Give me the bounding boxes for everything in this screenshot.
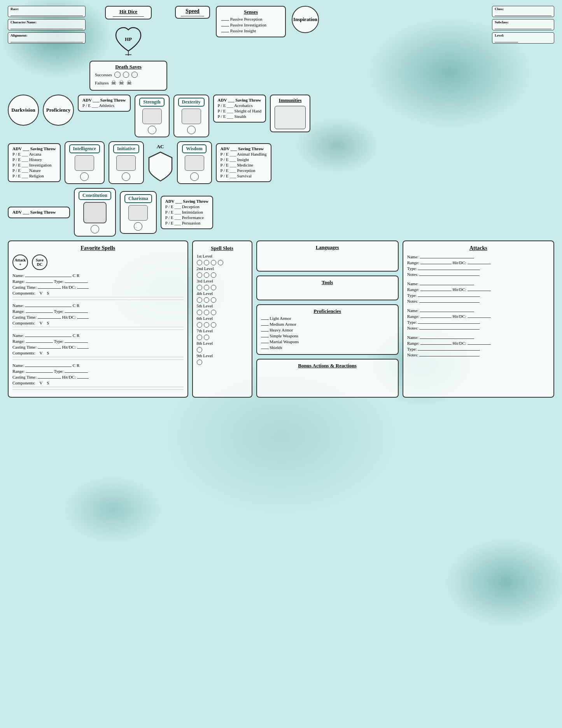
prof-shields: Shields xyxy=(261,345,394,350)
slot-2-1[interactable] xyxy=(197,272,202,278)
spell2-type-label: Type: xyxy=(54,309,63,314)
failure-skull-1[interactable]: ☠ xyxy=(111,79,116,86)
spell1-cr: C R xyxy=(73,273,79,278)
attack-plus-circle[interactable]: Attack + xyxy=(12,254,28,270)
attack4-notes-label: Notes: xyxy=(407,353,418,357)
slot-5-1[interactable] xyxy=(197,310,202,315)
race-input[interactable] xyxy=(11,11,83,16)
subclass-label: Subclass: xyxy=(495,20,551,24)
slot-level-2: 2nd Level xyxy=(197,266,248,278)
spell-entry-3: Name: C R Range: Type: Casting Time: Hit… xyxy=(12,333,184,360)
save-dc-circle[interactable]: Save DC xyxy=(32,254,47,270)
speed-label: Speed xyxy=(186,8,200,14)
dexterity-stat: Dexterity xyxy=(173,95,209,137)
dexterity-label: Dexterity xyxy=(178,98,205,107)
strength-mod[interactable] xyxy=(148,126,156,134)
slot-level-7: 7th Level xyxy=(197,328,248,340)
slot-6-3[interactable] xyxy=(211,322,216,328)
spell4-s: S xyxy=(47,381,49,385)
success-circle-3[interactable] xyxy=(131,72,138,78)
cha-pe-performance: P / E ___ Performance xyxy=(165,215,209,220)
slot-1-2[interactable] xyxy=(204,260,209,265)
success-circle-2[interactable] xyxy=(123,72,129,78)
slot-4-2[interactable] xyxy=(204,297,209,303)
wis-pe-animal: P / E ___ Animal Handling xyxy=(221,152,267,156)
languages-title: Languages xyxy=(261,244,394,251)
wisdom-score[interactable] xyxy=(185,155,204,171)
charisma-score[interactable] xyxy=(128,205,148,221)
initiative-score[interactable] xyxy=(116,155,136,171)
slot-2-2[interactable] xyxy=(204,272,209,278)
slot-2-3[interactable] xyxy=(211,272,216,278)
slot-7-1[interactable] xyxy=(197,335,202,340)
failure-skull-2[interactable]: ☠ xyxy=(119,79,124,86)
intelligence-mod[interactable] xyxy=(80,172,89,181)
constitution-score[interactable] xyxy=(83,202,107,223)
save-dc-label: Save DC xyxy=(33,258,47,267)
intelligence-label: Intelligence xyxy=(69,144,100,153)
slot-level-4: 4th Level xyxy=(197,291,248,303)
hp-label: HP xyxy=(125,36,132,42)
int-pe-investigation: P / E ___ Investigation xyxy=(12,163,56,167)
slot-3-2[interactable] xyxy=(204,285,209,290)
attacks-title: Attacks xyxy=(407,245,550,251)
spell2-components-label: Components: xyxy=(12,321,35,325)
cha-pe-persuasion: P / E ___ Persuasion xyxy=(165,221,209,225)
initiative-mod[interactable] xyxy=(122,172,130,181)
con-adv-save: ADV ___ Saving Throw xyxy=(12,210,65,214)
slot-4-3[interactable] xyxy=(211,297,216,303)
slot-9-1[interactable] xyxy=(197,360,202,365)
proficiencies-box: Proficiencies Light Armor Medium Armor H… xyxy=(256,304,399,355)
slot-5-2[interactable] xyxy=(204,310,209,315)
slot-4-1[interactable] xyxy=(197,297,202,303)
death-saves-title: Death Saves xyxy=(95,64,162,70)
dexterity-mod[interactable] xyxy=(187,126,196,134)
dex-skills-box: ADV ___ Saving Throw P / E ___ Acrobatic… xyxy=(213,95,266,123)
spells-col: Favorite Spells Attack + Save DC Name: C… xyxy=(8,240,188,398)
hit-dice-label: Hit Dice xyxy=(119,9,137,14)
success-circle-1[interactable] xyxy=(114,72,121,78)
subclass-input[interactable] xyxy=(495,24,551,29)
slot-5-3[interactable] xyxy=(211,310,216,315)
constitution-stat: Constitution xyxy=(74,188,116,237)
tools-box: Tools xyxy=(256,275,399,300)
initiative-label: Initiative xyxy=(113,144,139,153)
class-input[interactable] xyxy=(495,11,551,16)
prof-medium-armor: Medium Armor xyxy=(261,322,394,326)
constitution-mod[interactable] xyxy=(91,225,99,233)
intelligence-score[interactable] xyxy=(75,155,94,171)
character-name-input[interactable] xyxy=(11,24,83,29)
wisdom-mod[interactable] xyxy=(190,172,199,181)
wis-skills-box: ADV ___ Saving Throw P / E ___ Animal Ha… xyxy=(216,143,271,182)
slot-8-1[interactable] xyxy=(197,347,202,353)
failures-label: Failures xyxy=(95,81,109,85)
charisma-label: Charisma xyxy=(124,194,152,203)
spell2-casting-label: Casting Time: xyxy=(12,315,37,319)
slot-6-1[interactable] xyxy=(197,322,202,328)
slot-7-2[interactable] xyxy=(204,335,209,340)
cha-pe-intimidation: P / E ___ Intimidation xyxy=(165,210,209,214)
slot-1-3[interactable] xyxy=(211,260,216,265)
slot-level-3: 3rd Level xyxy=(197,279,248,290)
cha-skills-box: ADV ___ Saving Throw P / E ___ Deception… xyxy=(161,196,214,229)
slot-1-1[interactable] xyxy=(197,260,202,265)
spell1-range-label: Range: xyxy=(12,279,25,284)
attack2-notes-label: Notes: xyxy=(407,299,418,303)
slot-3-3[interactable] xyxy=(211,285,216,290)
charisma-mod[interactable] xyxy=(134,222,142,231)
bonus-actions-box: Bonus Actions & Reactions xyxy=(256,359,399,398)
alignment-input[interactable] xyxy=(11,37,83,42)
constitution-label: Constitution xyxy=(79,191,111,200)
spell2-range-label: Range: xyxy=(12,309,25,314)
strength-score[interactable] xyxy=(142,109,162,124)
dexterity-score[interactable] xyxy=(182,109,201,124)
darkvision-label: Darkvision xyxy=(11,107,35,113)
lang-tools-prof-col: Languages Tools Proficiencies Light Armo… xyxy=(256,240,399,398)
slot-6-2[interactable] xyxy=(204,322,209,328)
passive-insight: Passive Insight xyxy=(230,28,256,33)
subclass-box: Subclass: xyxy=(492,19,554,30)
slot-1-4[interactable] xyxy=(218,260,223,265)
slot-3-1[interactable] xyxy=(197,285,202,290)
failure-skull-3[interactable]: ☠ xyxy=(126,79,132,86)
level-input[interactable] xyxy=(495,37,518,42)
